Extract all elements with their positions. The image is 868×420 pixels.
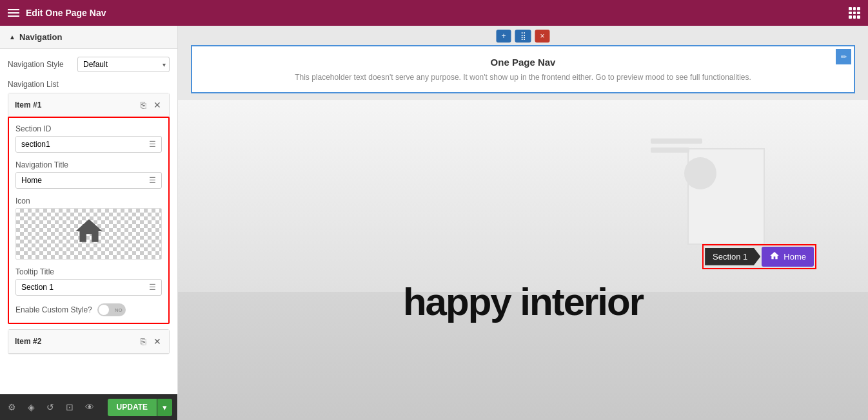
nav-title-label: Navigation Title bbox=[15, 160, 162, 169]
widget-action-bar: + ⣿ × bbox=[492, 26, 553, 46]
nav-title-clear-button[interactable]: ☰ bbox=[144, 173, 161, 187]
delete-item-1-button[interactable]: ✕ bbox=[152, 99, 163, 111]
widget-add-button[interactable]: + bbox=[496, 30, 511, 43]
nav-preview: Section 1 Home bbox=[702, 244, 816, 269]
custom-style-toggle-row: Enable Custom Style? NO bbox=[15, 303, 162, 316]
collapse-icon[interactable]: ▲ bbox=[9, 33, 15, 41]
nav-item-1-content: Section ID ☰ Navigation Title ☰ bbox=[8, 117, 170, 324]
one-page-nav-widget: One Page Nav This placeholder text doesn… bbox=[191, 45, 855, 93]
house-icon bbox=[73, 215, 105, 253]
navigation-list-label: Navigation List bbox=[8, 80, 170, 89]
duplicate-item-2-button[interactable]: ⎘ bbox=[139, 335, 147, 348]
nav-home-button[interactable]: Home bbox=[762, 247, 814, 267]
edit-corner-button[interactable]: ✏ bbox=[836, 49, 851, 64]
tooltip-title-label: Tooltip Title bbox=[15, 267, 162, 276]
nav-item-2: Item #2 ⎘ ✕ bbox=[8, 329, 170, 354]
custom-style-label: Enable Custom Style? bbox=[15, 305, 92, 314]
settings-icon[interactable]: ⚙ bbox=[5, 399, 19, 415]
responsive-icon[interactable]: ⊡ bbox=[63, 399, 76, 415]
one-page-nav-widget-subtitle: This placeholder text doesn't serve any … bbox=[202, 73, 843, 82]
custom-style-toggle[interactable]: NO bbox=[97, 303, 126, 316]
section-id-label: Section ID bbox=[15, 124, 162, 133]
nav-item-1-header: Item #1 ⎘ ✕ bbox=[8, 93, 169, 117]
icon-label: Icon bbox=[15, 196, 162, 205]
icon-preview[interactable] bbox=[15, 208, 162, 260]
tooltip-title-input-wrapper: ☰ bbox=[15, 279, 162, 296]
sidebar-bottom-bar: ⚙ ◈ ↺ ⊡ 👁 UPDATE ▾ bbox=[0, 394, 177, 420]
section-id-field: Section ID ☰ bbox=[15, 124, 162, 153]
section-id-input[interactable] bbox=[16, 137, 144, 152]
hamburger-icon[interactable] bbox=[8, 9, 19, 17]
nav-title-input-wrapper: ☰ bbox=[15, 172, 162, 189]
history-icon[interactable]: ↺ bbox=[44, 399, 57, 415]
canvas-background: happy interior Section 1 Home bbox=[178, 100, 868, 420]
sidebar-section-label: Navigation bbox=[19, 32, 62, 42]
nav-section-tag: Section 1 bbox=[705, 248, 760, 265]
nav-item-1-label: Item #1 bbox=[15, 100, 41, 110]
navigation-style-field: Navigation Style Default bbox=[8, 57, 170, 72]
nav-title-field: Navigation Title ☰ bbox=[15, 160, 162, 189]
top-bar: Edit One Page Nav bbox=[0, 0, 868, 26]
grid-icon[interactable] bbox=[849, 7, 860, 19]
nav-home-icon bbox=[769, 251, 780, 263]
update-dropdown-button[interactable]: ▾ bbox=[157, 399, 172, 416]
nav-item-2-header: Item #2 ⎘ ✕ bbox=[8, 330, 169, 354]
section-id-input-wrapper: ☰ bbox=[15, 136, 162, 153]
navigation-style-label: Navigation Style bbox=[8, 60, 72, 69]
nav-item-2-label: Item #2 bbox=[15, 337, 41, 346]
canvas-area: + ⣿ × One Page Nav This placeholder text… bbox=[178, 26, 868, 420]
navigation-style-select[interactable]: Default bbox=[77, 57, 170, 72]
tooltip-title-field: Tooltip Title ☰ bbox=[15, 267, 162, 296]
one-page-nav-widget-title: One Page Nav bbox=[202, 57, 843, 68]
widget-close-button[interactable]: × bbox=[535, 30, 550, 43]
nav-home-label: Home bbox=[784, 252, 806, 262]
template-icon[interactable]: ◈ bbox=[25, 399, 37, 415]
tooltip-title-clear-button[interactable]: ☰ bbox=[144, 280, 161, 294]
nav-title-input[interactable] bbox=[16, 173, 144, 188]
nav-item-1: Item #1 ⎘ ✕ Section ID ☰ bbox=[8, 93, 170, 324]
delete-item-2-button[interactable]: ✕ bbox=[152, 335, 163, 348]
preview-icon[interactable]: 👁 bbox=[83, 399, 97, 415]
tooltip-title-input[interactable] bbox=[16, 280, 144, 295]
duplicate-item-1-button[interactable]: ⎘ bbox=[139, 99, 147, 111]
update-button[interactable]: UPDATE bbox=[108, 399, 157, 416]
widget-move-button[interactable]: ⣿ bbox=[515, 30, 531, 43]
sidebar-navigation-header: ▲ Navigation bbox=[0, 26, 177, 49]
deco-circle bbox=[684, 157, 716, 189]
sidebar: ▲ Navigation Navigation Style Default Na… bbox=[0, 26, 178, 420]
room-text: happy interior bbox=[403, 280, 643, 324]
deco-lines bbox=[651, 138, 702, 153]
page-title: Edit One Page Nav bbox=[26, 8, 106, 18]
icon-field: Icon bbox=[15, 196, 162, 260]
section-id-clear-button[interactable]: ☰ bbox=[144, 137, 161, 151]
